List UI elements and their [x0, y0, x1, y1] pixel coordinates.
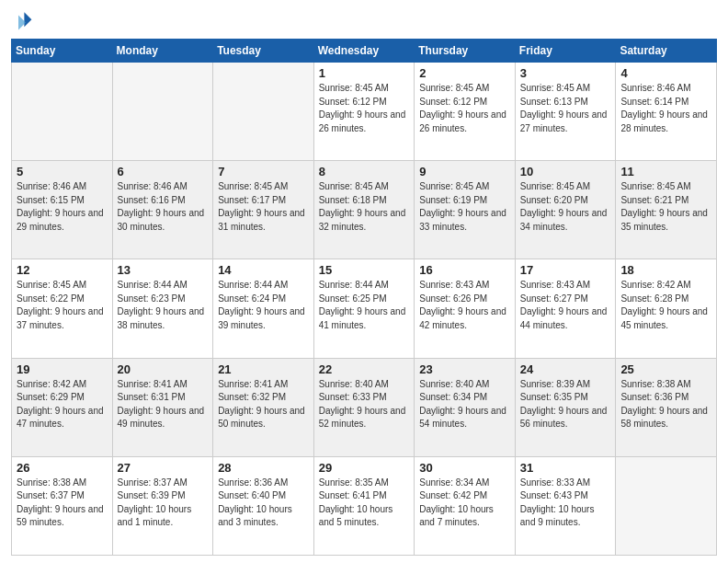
calendar-cell: 11Sunrise: 8:45 AM Sunset: 6:21 PM Dayli…: [616, 161, 717, 259]
day-header-wednesday: Wednesday: [313, 40, 415, 63]
day-number: 4: [620, 66, 711, 80]
day-number: 9: [419, 165, 510, 178]
calendar-cell: 19Sunrise: 8:42 AM Sunset: 6:29 PM Dayli…: [12, 358, 113, 456]
calendar-cell: 17Sunrise: 8:43 AM Sunset: 6:27 PM Dayli…: [515, 259, 616, 358]
day-number: 23: [419, 362, 510, 376]
calendar-cell: 4Sunrise: 8:46 AM Sunset: 6:14 PM Daylig…: [616, 63, 717, 161]
cell-details: Sunrise: 8:45 AM Sunset: 6:13 PM Dayligh…: [520, 82, 611, 135]
day-number: 10: [520, 165, 611, 178]
calendar-cell: 1Sunrise: 8:45 AM Sunset: 6:12 PM Daylig…: [313, 63, 415, 161]
calendar-cell: 23Sunrise: 8:40 AM Sunset: 6:34 PM Dayli…: [415, 358, 516, 456]
day-number: 27: [118, 461, 209, 475]
day-number: 7: [218, 165, 309, 178]
cell-details: Sunrise: 8:44 AM Sunset: 6:23 PM Dayligh…: [118, 279, 209, 332]
day-number: 3: [520, 66, 611, 80]
calendar-cell: 20Sunrise: 8:41 AM Sunset: 6:31 PM Dayli…: [112, 358, 213, 456]
day-number: 1: [319, 66, 410, 80]
cell-details: Sunrise: 8:37 AM Sunset: 6:39 PM Dayligh…: [118, 477, 209, 530]
cell-details: Sunrise: 8:40 AM Sunset: 6:33 PM Dayligh…: [319, 378, 410, 431]
cell-details: Sunrise: 8:41 AM Sunset: 6:32 PM Dayligh…: [218, 378, 309, 431]
week-row-2: 5Sunrise: 8:46 AM Sunset: 6:15 PM Daylig…: [12, 161, 717, 259]
day-number: 13: [118, 263, 209, 277]
day-number: 24: [520, 362, 611, 376]
day-number: 25: [620, 362, 711, 376]
day-number: 5: [17, 165, 108, 178]
calendar-cell: 18Sunrise: 8:42 AM Sunset: 6:28 PM Dayli…: [616, 259, 717, 358]
day-number: 19: [17, 362, 108, 376]
cell-details: Sunrise: 8:45 AM Sunset: 6:18 PM Dayligh…: [319, 180, 410, 234]
cell-details: Sunrise: 8:38 AM Sunset: 6:37 PM Dayligh…: [17, 477, 108, 530]
day-number: 17: [520, 263, 611, 277]
cell-details: Sunrise: 8:35 AM Sunset: 6:41 PM Dayligh…: [319, 477, 410, 530]
calendar-cell: 3Sunrise: 8:45 AM Sunset: 6:13 PM Daylig…: [515, 63, 616, 161]
header: [11, 9, 717, 31]
cell-details: Sunrise: 8:45 AM Sunset: 6:17 PM Dayligh…: [218, 180, 309, 234]
day-number: 16: [419, 263, 510, 277]
logo: [11, 9, 37, 31]
calendar-cell: 6Sunrise: 8:46 AM Sunset: 6:16 PM Daylig…: [112, 161, 213, 259]
calendar-cell: [112, 63, 213, 161]
day-number: 30: [419, 461, 510, 475]
cell-details: Sunrise: 8:45 AM Sunset: 6:20 PM Dayligh…: [520, 180, 611, 234]
cell-details: Sunrise: 8:38 AM Sunset: 6:36 PM Dayligh…: [620, 378, 711, 431]
calendar-cell: 22Sunrise: 8:40 AM Sunset: 6:33 PM Dayli…: [313, 358, 415, 456]
cell-details: Sunrise: 8:43 AM Sunset: 6:26 PM Dayligh…: [419, 279, 510, 332]
logo-icon: [11, 9, 33, 31]
week-row-4: 19Sunrise: 8:42 AM Sunset: 6:29 PM Dayli…: [12, 358, 717, 456]
calendar-cell: 31Sunrise: 8:33 AM Sunset: 6:43 PM Dayli…: [515, 456, 616, 555]
page: SundayMondayTuesdayWednesdayThursdayFrid…: [0, 0, 728, 563]
calendar-cell: 9Sunrise: 8:45 AM Sunset: 6:19 PM Daylig…: [415, 161, 516, 259]
day-header-friday: Friday: [515, 40, 616, 63]
calendar-cell: 28Sunrise: 8:36 AM Sunset: 6:40 PM Dayli…: [213, 456, 314, 555]
day-header-thursday: Thursday: [415, 40, 516, 63]
svg-marker-0: [24, 12, 31, 27]
calendar-cell: [12, 63, 113, 161]
header-row: SundayMondayTuesdayWednesdayThursdayFrid…: [12, 40, 717, 63]
calendar-cell: 14Sunrise: 8:44 AM Sunset: 6:24 PM Dayli…: [213, 259, 314, 358]
day-number: 18: [620, 263, 711, 277]
day-number: 8: [319, 165, 410, 178]
day-number: 28: [218, 461, 309, 475]
cell-details: Sunrise: 8:46 AM Sunset: 6:14 PM Dayligh…: [620, 82, 711, 135]
cell-details: Sunrise: 8:44 AM Sunset: 6:25 PM Dayligh…: [319, 279, 410, 332]
day-number: 22: [319, 362, 410, 376]
calendar-cell: 12Sunrise: 8:45 AM Sunset: 6:22 PM Dayli…: [12, 259, 113, 358]
calendar-cell: 25Sunrise: 8:38 AM Sunset: 6:36 PM Dayli…: [616, 358, 717, 456]
cell-details: Sunrise: 8:42 AM Sunset: 6:29 PM Dayligh…: [17, 378, 108, 431]
day-number: 2: [419, 66, 510, 80]
calendar-cell: 30Sunrise: 8:34 AM Sunset: 6:42 PM Dayli…: [415, 456, 516, 555]
calendar-cell: 5Sunrise: 8:46 AM Sunset: 6:15 PM Daylig…: [12, 161, 113, 259]
calendar-cell: 27Sunrise: 8:37 AM Sunset: 6:39 PM Dayli…: [112, 456, 213, 555]
day-number: 15: [319, 263, 410, 277]
calendar-cell: 7Sunrise: 8:45 AM Sunset: 6:17 PM Daylig…: [213, 161, 314, 259]
cell-details: Sunrise: 8:36 AM Sunset: 6:40 PM Dayligh…: [218, 477, 309, 530]
day-number: 20: [118, 362, 209, 376]
cell-details: Sunrise: 8:44 AM Sunset: 6:24 PM Dayligh…: [218, 279, 309, 332]
day-number: 14: [218, 263, 309, 277]
day-number: 12: [17, 263, 108, 277]
cell-details: Sunrise: 8:39 AM Sunset: 6:35 PM Dayligh…: [520, 378, 611, 431]
cell-details: Sunrise: 8:46 AM Sunset: 6:15 PM Dayligh…: [17, 180, 108, 234]
calendar-table: SundayMondayTuesdayWednesdayThursdayFrid…: [11, 39, 717, 556]
calendar-cell: 29Sunrise: 8:35 AM Sunset: 6:41 PM Dayli…: [313, 456, 415, 555]
day-header-saturday: Saturday: [616, 40, 717, 63]
calendar-cell: 13Sunrise: 8:44 AM Sunset: 6:23 PM Dayli…: [112, 259, 213, 358]
cell-details: Sunrise: 8:41 AM Sunset: 6:31 PM Dayligh…: [118, 378, 209, 431]
day-number: 31: [520, 461, 611, 475]
cell-details: Sunrise: 8:45 AM Sunset: 6:12 PM Dayligh…: [319, 82, 410, 135]
calendar-cell: [213, 63, 314, 161]
cell-details: Sunrise: 8:34 AM Sunset: 6:42 PM Dayligh…: [419, 477, 510, 530]
cell-details: Sunrise: 8:46 AM Sunset: 6:16 PM Dayligh…: [118, 180, 209, 234]
calendar-cell: 24Sunrise: 8:39 AM Sunset: 6:35 PM Dayli…: [515, 358, 616, 456]
day-header-sunday: Sunday: [12, 40, 113, 63]
day-number: 11: [620, 165, 711, 178]
calendar-cell: 21Sunrise: 8:41 AM Sunset: 6:32 PM Dayli…: [213, 358, 314, 456]
week-row-1: 1Sunrise: 8:45 AM Sunset: 6:12 PM Daylig…: [12, 63, 717, 161]
calendar-cell: 15Sunrise: 8:44 AM Sunset: 6:25 PM Dayli…: [313, 259, 415, 358]
day-number: 26: [17, 461, 108, 475]
day-number: 6: [118, 165, 209, 178]
calendar-cell: 8Sunrise: 8:45 AM Sunset: 6:18 PM Daylig…: [313, 161, 415, 259]
calendar-cell: 26Sunrise: 8:38 AM Sunset: 6:37 PM Dayli…: [12, 456, 113, 555]
cell-details: Sunrise: 8:45 AM Sunset: 6:19 PM Dayligh…: [419, 180, 510, 234]
calendar-cell: 10Sunrise: 8:45 AM Sunset: 6:20 PM Dayli…: [515, 161, 616, 259]
